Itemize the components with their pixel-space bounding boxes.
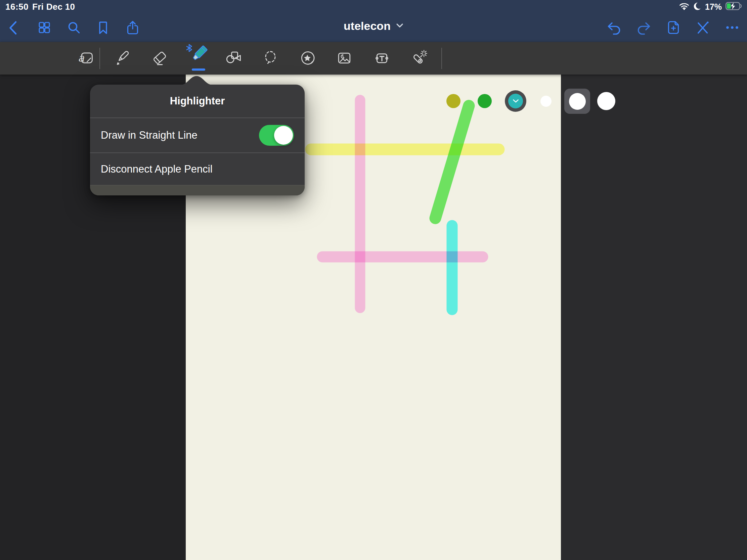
search-button[interactable] — [65, 18, 83, 37]
image-tool-button[interactable] — [335, 49, 354, 68]
edit-mode-a-glyph: a — [78, 52, 84, 64]
color-swatch-white[interactable] — [540, 96, 551, 107]
battery-percent: 17% — [705, 2, 722, 12]
stylus-cross-button[interactable] — [693, 18, 712, 37]
popover-arrow — [180, 76, 213, 85]
document-title-menu[interactable]: utelecon — [343, 20, 404, 32]
more-button[interactable] — [723, 18, 742, 37]
laser-pointer-tool-button[interactable] — [409, 49, 428, 68]
back-button[interactable] — [5, 18, 24, 37]
star-glyph — [304, 55, 311, 61]
redo-button[interactable] — [635, 18, 653, 37]
chevron-down-icon — [396, 23, 404, 29]
teal-swatch-circle — [508, 94, 523, 108]
stroke-size-medium-selected[interactable] — [564, 89, 590, 114]
color-swatch-olive[interactable] — [446, 94, 461, 108]
pen-tool-button[interactable] — [113, 49, 132, 68]
draw-straight-line-label: Draw in Straight Line — [101, 129, 198, 141]
color-swatch-teal-selected[interactable] — [505, 90, 526, 112]
bluetooth-icon — [187, 45, 192, 52]
status-icons: 17% — [679, 0, 742, 14]
highlighter-tool-button[interactable] — [184, 43, 209, 72]
highlighter-underline — [192, 69, 205, 71]
draw-straight-line-toggle[interactable] — [259, 125, 294, 146]
disconnect-apple-pencil-label: Disconnect Apple Pencil — [101, 163, 213, 175]
highlighter-popover: Highlighter Draw in Straight Line Discon… — [90, 85, 305, 195]
status-bar: 16:50 Fri Dec 10 — [0, 0, 747, 13]
nav-bar: 16:50 Fri Dec 10 — [0, 0, 747, 42]
goodnotes-app: 16:50 Fri Dec 10 — [0, 0, 747, 560]
edit-mode-button[interactable]: a — [77, 49, 95, 68]
disconnect-apple-pencil-row[interactable]: Disconnect Apple Pencil — [90, 153, 305, 185]
note-page — [0, 0, 747, 560]
draw-straight-line-row: Draw in Straight Line — [90, 118, 305, 153]
battery-charging-icon — [725, 2, 742, 11]
toolbar-divider-2 — [441, 48, 442, 69]
document-title: utelecon — [343, 20, 391, 32]
status-date: Fri Dec 10 — [32, 2, 75, 12]
elements-tool-button[interactable] — [298, 49, 317, 68]
popover-footer — [90, 185, 305, 195]
text-tool-button[interactable] — [372, 49, 391, 68]
moon-icon — [693, 2, 701, 12]
size-dot-medium — [569, 93, 586, 110]
eraser-tool-button[interactable] — [151, 49, 170, 68]
add-page-button[interactable] — [664, 18, 683, 37]
undo-button[interactable] — [604, 18, 623, 37]
color-swatch-green[interactable] — [478, 94, 492, 108]
wifi-icon — [679, 2, 689, 11]
shapes-tool-button[interactable] — [224, 49, 243, 68]
share-button[interactable] — [123, 18, 142, 37]
toolbar-divider — [99, 48, 100, 69]
chevron-down-icon — [513, 99, 519, 103]
bookmark-button[interactable] — [94, 18, 112, 37]
lasso-tool-button[interactable] — [261, 49, 280, 68]
stroke-size-large[interactable] — [597, 92, 615, 110]
popover-title: Highlighter — [90, 85, 305, 117]
status-time: 16:50 — [5, 2, 29, 12]
toggle-knob — [274, 126, 293, 145]
page-thumbnails-button[interactable] — [35, 18, 54, 37]
tools-toolbar: a — [0, 42, 747, 75]
